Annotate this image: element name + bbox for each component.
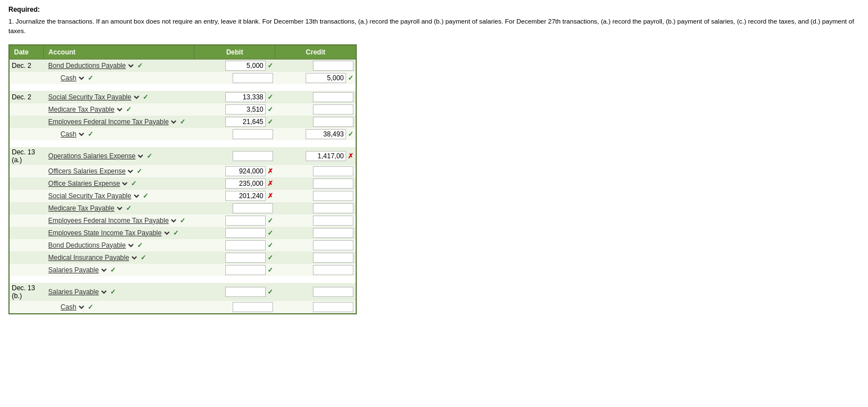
credit-cell	[275, 283, 356, 301]
date-cell: Dec. 13(b.)	[9, 283, 44, 301]
debit-input[interactable]	[233, 129, 273, 139]
debit-input[interactable]	[233, 73, 273, 83]
debit-cell: ✓	[194, 283, 275, 301]
account-check: ✓	[88, 74, 93, 82]
debit-check-icon: ✓	[267, 106, 273, 113]
account-select[interactable]: Office Salaries Expense	[46, 179, 129, 188]
account-select[interactable]: Social Security Tax Payable	[46, 93, 141, 102]
table-row: Salaries Payable ✓ ✓	[9, 264, 356, 276]
debit-input[interactable]	[225, 61, 266, 71]
credit-input[interactable]	[313, 191, 353, 201]
credit-cell	[275, 251, 356, 264]
credit-cell	[275, 227, 356, 239]
table-row: Medical Insurance Payable ✓ ✓	[9, 251, 356, 264]
account-select[interactable]: Medicare Tax Payable	[46, 204, 124, 213]
account-check: ✓	[140, 254, 146, 262]
account-cell: Employees Federal Income Tax Payable ✓	[44, 116, 194, 128]
credit-input[interactable]	[313, 104, 353, 115]
account-select[interactable]: Cash	[58, 303, 86, 312]
table-row: Employees Federal Income Tax Payable ✓ ✓	[9, 116, 356, 128]
account-check: ✓	[137, 241, 143, 249]
credit-input[interactable]	[313, 203, 353, 213]
credit-input[interactable]	[313, 265, 353, 275]
debit-cell	[194, 301, 275, 314]
date-cell	[9, 103, 44, 116]
debit-input[interactable]	[225, 228, 266, 238]
date-cell: Dec. 13(a.)	[9, 147, 44, 165]
account-select[interactable]: Officers Salaries Expense	[46, 167, 135, 176]
account-cell: Cash ✓	[44, 301, 194, 314]
date-cell	[9, 264, 44, 276]
instructions: 1. Journalize the transactions. If an am…	[8, 17, 860, 36]
account-select[interactable]: Employees State Income Tax Payable	[46, 228, 171, 237]
credit-cell	[275, 177, 356, 190]
account-select[interactable]: Operations Salaries Expense	[46, 152, 145, 161]
debit-input[interactable]	[225, 104, 266, 115]
account-select[interactable]: Salaries Payable	[46, 266, 108, 275]
account-select[interactable]: Cash	[58, 130, 86, 139]
debit-input[interactable]	[225, 117, 266, 127]
debit-check-icon: ✓	[267, 288, 273, 296]
debit-input[interactable]	[225, 179, 266, 189]
debit-input[interactable]	[225, 240, 266, 250]
credit-cell	[275, 264, 356, 276]
debit-input[interactable]	[225, 253, 266, 263]
debit-cell: ✓	[194, 91, 275, 103]
debit-check-icon: ✓	[267, 241, 273, 249]
credit-cell	[275, 91, 356, 103]
account-check: ✓	[180, 118, 185, 126]
credit-input[interactable]	[313, 228, 353, 238]
table-row: Social Security Tax Payable ✓ ✗	[9, 190, 356, 202]
debit-cell	[194, 128, 275, 140]
account-select[interactable]: Medicare Tax Payable	[46, 105, 124, 114]
debit-input[interactable]	[225, 287, 266, 297]
debit-cell: ✓	[194, 239, 275, 251]
credit-input[interactable]	[306, 129, 346, 139]
credit-cell	[275, 214, 356, 227]
account-select[interactable]: Medical Insurance Payable	[46, 253, 139, 262]
account-select[interactable]: Employees Federal Income Tax Payable	[46, 117, 178, 126]
account-select[interactable]: Social Security Tax Payable	[46, 191, 141, 200]
account-cell: Cash ✓	[44, 128, 194, 140]
account-cell: Officers Salaries Expense ✓	[44, 165, 194, 177]
date-cell	[9, 116, 44, 128]
account-select[interactable]: Salaries Payable	[46, 287, 108, 296]
debit-input[interactable]	[233, 302, 273, 312]
account-select[interactable]: Bond Deductions Payable	[46, 61, 135, 70]
credit-input[interactable]	[313, 216, 353, 226]
credit-input[interactable]	[313, 253, 353, 263]
account-cell: Social Security Tax Payable ✓	[44, 190, 194, 202]
debit-input[interactable]	[225, 216, 266, 226]
debit-check-icon: ✓	[267, 62, 273, 70]
credit-input[interactable]	[313, 240, 353, 250]
credit-input[interactable]	[313, 61, 353, 71]
debit-check-icon: ✓	[267, 118, 273, 126]
credit-input[interactable]	[306, 151, 346, 161]
debit-input[interactable]	[225, 191, 266, 201]
account-check: ✓	[126, 204, 131, 212]
debit-input[interactable]	[233, 203, 273, 213]
credit-input[interactable]	[313, 302, 353, 312]
credit-input[interactable]	[313, 117, 353, 127]
account-cell: Employees State Income Tax Payable ✓	[44, 227, 194, 239]
debit-cell	[194, 72, 275, 84]
account-select[interactable]: Employees Federal Income Tax Payable	[46, 216, 178, 225]
account-select[interactable]: Cash	[58, 74, 86, 83]
credit-input[interactable]	[313, 166, 353, 176]
account-select[interactable]: Bond Deductions Payable	[46, 241, 135, 250]
credit-input[interactable]	[313, 179, 353, 189]
debit-input[interactable]	[225, 166, 266, 176]
credit-input[interactable]	[306, 73, 346, 83]
date-cell: Dec. 2	[9, 59, 44, 72]
date-cell: Dec. 2	[9, 91, 44, 103]
account-cell: Employees Federal Income Tax Payable ✓	[44, 214, 194, 227]
debit-input[interactable]	[233, 151, 273, 161]
credit-check-icon: ✗	[348, 152, 353, 160]
credit-input[interactable]	[313, 92, 353, 102]
debit-input[interactable]	[225, 265, 266, 275]
debit-input[interactable]	[225, 92, 266, 102]
credit-cell	[275, 239, 356, 251]
debit-check-icon: ✓	[267, 229, 273, 237]
credit-input[interactable]	[313, 287, 353, 297]
date-cell	[9, 72, 44, 84]
